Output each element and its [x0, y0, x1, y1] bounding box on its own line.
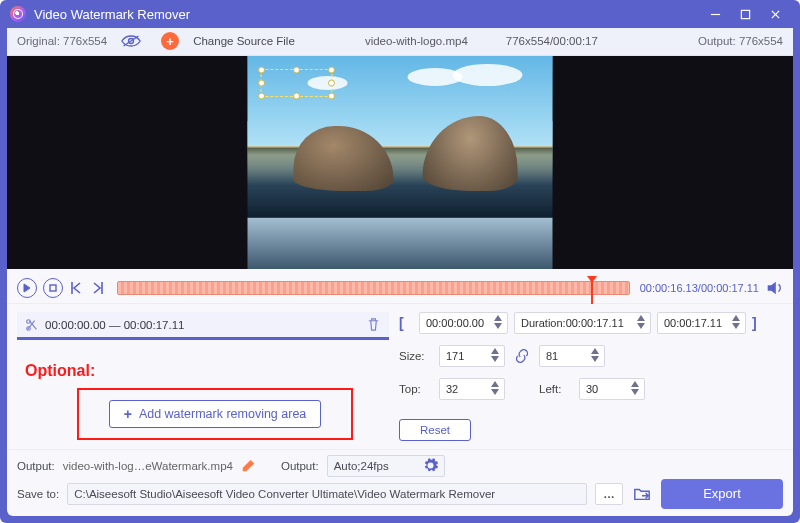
optional-label: Optional: — [25, 362, 389, 380]
browse-folder-button[interactable]: … — [595, 483, 623, 505]
spin-up[interactable] — [491, 381, 501, 389]
spin-up[interactable] — [494, 315, 504, 323]
add-source-icon[interactable]: + — [161, 32, 179, 50]
watermark-selection-box[interactable] — [261, 69, 333, 97]
window-title: Video Watermark Remover — [34, 7, 700, 22]
segment-row[interactable]: 00:00:00.00 — 00:00:17.11 — [17, 312, 389, 338]
svg-rect-0 — [741, 10, 749, 18]
svg-point-3 — [27, 320, 31, 324]
height-field[interactable] — [539, 345, 605, 367]
segment-range: 00:00:00.00 — 00:00:17.11 — [45, 319, 184, 331]
source-filename: video-with-logo.mp4 — [365, 35, 468, 47]
playhead-icon[interactable] — [587, 276, 597, 283]
annotation-box: + Add watermark removing area — [77, 388, 353, 440]
save-to-label: Save to: — [17, 488, 59, 500]
left-label: Left: — [539, 383, 573, 395]
spin-up[interactable] — [732, 315, 742, 323]
timecode: 00:00:16.13/00:00:17.11 — [640, 282, 759, 294]
title-bar: Video Watermark Remover — [0, 0, 800, 28]
top-input[interactable] — [446, 383, 491, 395]
change-source-link[interactable]: Change Source File — [193, 35, 295, 47]
spin-up[interactable] — [491, 348, 501, 356]
output-format-label: Output: — [281, 460, 319, 472]
output-file-label: Output: — [17, 460, 55, 472]
spin-up[interactable] — [637, 315, 647, 323]
spin-down[interactable] — [631, 389, 641, 397]
play-button[interactable] — [17, 278, 37, 298]
add-watermark-area-button[interactable]: + Add watermark removing area — [109, 400, 322, 428]
clip-start-field[interactable] — [419, 312, 508, 334]
range-start-bracket[interactable]: [ — [399, 315, 413, 331]
left-field[interactable] — [579, 378, 645, 400]
output-format-value: Auto;24fps — [334, 460, 389, 472]
segment-underline — [17, 337, 389, 340]
output-settings-button[interactable] — [423, 458, 438, 473]
spin-up[interactable] — [591, 348, 601, 356]
output-format-field[interactable]: Auto;24fps — [327, 455, 445, 477]
add-watermark-area-label: Add watermark removing area — [139, 407, 306, 421]
output-dims-label: Output: 776x554 — [698, 35, 783, 47]
original-label: Original: 776x554 — [17, 35, 107, 47]
clip-duration-field[interactable] — [514, 312, 651, 334]
clip-end-field[interactable] — [657, 312, 746, 334]
video-frame — [248, 56, 553, 269]
reset-button[interactable]: Reset — [399, 419, 471, 441]
close-button[interactable] — [760, 4, 790, 24]
eye-toggle-icon[interactable] — [121, 34, 141, 48]
playback-controls: 00:00:16.13/00:00:17.11 — [7, 269, 793, 303]
save-path-field[interactable]: C:\Aiseesoft Studio\Aiseesoft Video Conv… — [67, 483, 587, 505]
save-path-value: C:\Aiseesoft Studio\Aiseesoft Video Conv… — [74, 488, 495, 500]
spin-up[interactable] — [631, 381, 641, 389]
rename-output-button[interactable] — [241, 459, 255, 473]
spin-down[interactable] — [732, 323, 742, 331]
source-dims-time: 776x554/00:00:17 — [506, 35, 598, 47]
minimize-button[interactable] — [700, 4, 730, 24]
range-end-bracket[interactable]: ] — [752, 315, 766, 331]
spin-down[interactable] — [637, 323, 647, 331]
width-field[interactable] — [439, 345, 505, 367]
properties-panel: [ ] Size: — [399, 312, 783, 441]
video-preview[interactable] — [7, 56, 793, 269]
clip-duration-input[interactable] — [521, 317, 637, 329]
stop-button[interactable] — [43, 278, 63, 298]
top-field[interactable] — [439, 378, 505, 400]
svg-rect-2 — [50, 285, 56, 291]
clip-start-input[interactable] — [426, 317, 494, 329]
clip-end-input[interactable] — [664, 317, 732, 329]
seek-end-button[interactable] — [91, 280, 107, 296]
app-logo-icon — [10, 6, 26, 22]
top-label: Top: — [399, 383, 433, 395]
output-filename: video-with-log…eWatermark.mp4 — [63, 460, 233, 472]
segments-panel: 00:00:00.00 — 00:00:17.11 Optional: + Ad… — [17, 312, 389, 441]
open-folder-button[interactable] — [631, 483, 653, 505]
aspect-lock-icon[interactable] — [515, 349, 529, 363]
left-input[interactable] — [586, 383, 631, 395]
width-input[interactable] — [446, 350, 491, 362]
height-input[interactable] — [546, 350, 591, 362]
spin-down[interactable] — [491, 389, 501, 397]
info-bar: Original: 776x554 + Change Source File v… — [7, 28, 793, 56]
delete-segment-button[interactable] — [366, 317, 381, 332]
timeline-track[interactable] — [117, 281, 630, 295]
export-button[interactable]: Export — [661, 479, 783, 509]
spin-down[interactable] — [591, 356, 601, 364]
size-label: Size: — [399, 350, 433, 362]
maximize-button[interactable] — [730, 4, 760, 24]
seek-start-button[interactable] — [69, 280, 85, 296]
volume-button[interactable] — [765, 279, 783, 297]
spin-down[interactable] — [494, 323, 504, 331]
segment-clip-icon — [25, 318, 39, 332]
spin-down[interactable] — [491, 356, 501, 364]
